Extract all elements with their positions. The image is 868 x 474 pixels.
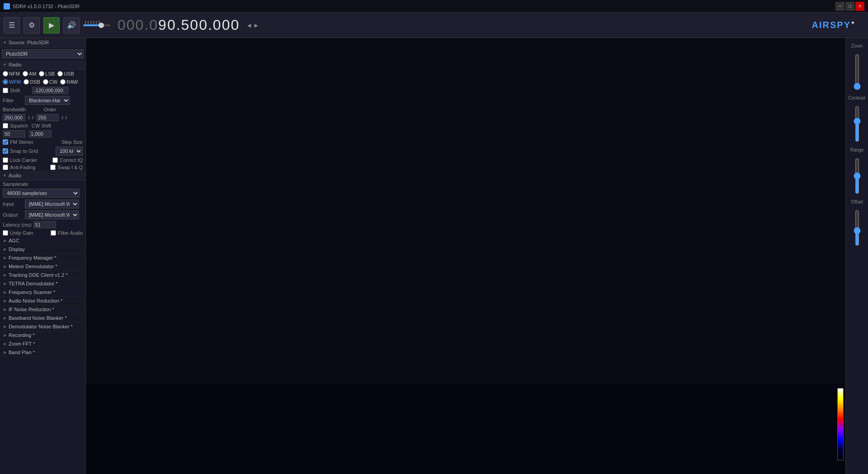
am-radio-item[interactable]: AM <box>23 71 37 76</box>
plugin-agc[interactable]: ▶ AGC <box>0 237 85 245</box>
plugin-baseband-noise-blanker-arrow: ▶ <box>4 316 7 320</box>
plugin-frequency-scanner-arrow: ▶ <box>4 290 7 294</box>
maximize-button[interactable]: □ <box>845 2 854 11</box>
play-button[interactable]: ▶ <box>43 17 60 33</box>
plugin-recording-label: Recording * <box>9 332 34 338</box>
radio-section-header[interactable]: ▼ Radio <box>0 60 85 70</box>
plugin-meteor-demodulator[interactable]: ▶ Meteor Demodulator * <box>0 262 85 271</box>
zoom-slider[interactable] <box>853 54 862 90</box>
plugin-frequency-manager[interactable]: ▶ Frequency Manager * <box>0 254 85 262</box>
bw-spinner[interactable]: ⬆⬇ <box>27 115 34 120</box>
plugin-audio-noise-reduction[interactable]: ▶ Audio Noise Reduction * <box>0 297 85 305</box>
filter-select[interactable]: Blackman-Harris 4 <box>25 96 70 105</box>
shift-checkbox[interactable] <box>3 88 8 93</box>
plugin-zoom-fft[interactable]: ▶ Zoom FFT * <box>0 340 85 348</box>
contrast-slider-wrapper[interactable] <box>853 106 862 142</box>
nfm-radio-item[interactable]: NFM <box>3 71 20 76</box>
squelch-input[interactable] <box>3 130 25 137</box>
correct-iq-label: Correct IQ <box>60 157 83 163</box>
wfm-radio[interactable] <box>3 79 8 85</box>
close-button[interactable]: ✕ <box>855 2 864 11</box>
waterfall-canvas <box>86 384 845 474</box>
am-radio[interactable] <box>23 71 28 76</box>
shift-input[interactable] <box>32 87 68 94</box>
main-area: ▼ Source: PlutoSDR PlutoSDR ▼ Radio NFM … <box>0 38 868 474</box>
plugin-tetra-demodulator[interactable]: ▶ TETRA Demodulator * <box>0 280 85 288</box>
samplerate-value-row: 48000 sample/sec <box>0 188 85 199</box>
source-device-select[interactable]: PlutoSDR <box>2 49 84 58</box>
lsb-radio[interactable] <box>39 71 44 76</box>
frequency-bright-part: 90.500.000 <box>158 17 240 33</box>
anti-fading-checkbox[interactable] <box>3 165 8 170</box>
app-icon <box>4 3 10 9</box>
plugin-tracking-dde[interactable]: ▶ Tracking DDE Client v1.2 * <box>0 271 85 280</box>
contrast-label: Contrast <box>849 95 866 100</box>
fm-stereo-checkbox[interactable] <box>3 139 8 145</box>
spectrum-waterfall-area: Zoom Contrast Range Offset <box>86 38 868 474</box>
nfm-radio[interactable] <box>3 71 8 76</box>
latency-input[interactable] <box>33 221 56 228</box>
source-select-area[interactable]: PlutoSDR <box>2 49 84 58</box>
offset-slider[interactable] <box>853 210 862 246</box>
source-section-header[interactable]: ▼ Source: PlutoSDR <box>0 38 85 47</box>
anti-fading-row: Anti-Fading Swap I & Q <box>0 164 85 171</box>
plugin-recording[interactable]: ▶ Recording * <box>0 331 85 340</box>
order-input[interactable] <box>36 114 59 121</box>
waterfall-panel[interactable] <box>86 384 845 474</box>
shift-label: Shift <box>10 88 30 93</box>
swap-iq-checkbox[interactable] <box>50 165 56 170</box>
volume-button[interactable]: 🔊 <box>63 17 80 33</box>
dsb-radio-item[interactable]: DSB <box>24 79 40 85</box>
raw-radio[interactable] <box>60 79 66 85</box>
zoom-slider-wrapper[interactable] <box>853 54 862 90</box>
output-select[interactable]: [MME] Microsoft W... <box>25 210 79 219</box>
plugin-demodulator-noise-blanker[interactable]: ▶ Demodulator Noise Blanker * <box>0 322 85 331</box>
svg-rect-5 <box>93 21 94 24</box>
dsb-radio[interactable] <box>24 79 29 85</box>
spectrum-panel[interactable] <box>86 38 845 384</box>
cw-shift-input[interactable] <box>29 130 52 137</box>
correct-iq-checkbox[interactable] <box>52 157 58 163</box>
range-slider-wrapper[interactable] <box>853 158 862 194</box>
bandwidth-input[interactable] <box>3 114 25 121</box>
lock-carrier-checkbox[interactable] <box>3 157 8 163</box>
plugin-baseband-noise-blanker[interactable]: ▶ Baseband Noise Blanker * <box>0 314 85 322</box>
usb-radio-item[interactable]: USB <box>57 71 74 76</box>
freq-right-arrow[interactable]: ► <box>253 22 259 29</box>
cw-radio-item[interactable]: CW <box>43 79 57 85</box>
lock-carrier-label: Lock Carrier <box>10 157 51 163</box>
raw-radio-item[interactable]: RAW <box>60 79 78 85</box>
usb-radio[interactable] <box>57 71 63 76</box>
contrast-slider[interactable] <box>853 106 862 142</box>
bandwidth-value-row: ⬆⬇ ⬆⬇ <box>0 113 85 122</box>
settings-button[interactable]: ⚙ <box>24 17 40 33</box>
squelch-checkbox[interactable] <box>3 123 8 128</box>
filter-audio-checkbox[interactable] <box>51 230 56 236</box>
snap-select[interactable]: 100 kHz <box>56 147 83 156</box>
plugin-display[interactable]: ▶ Display <box>0 245 85 254</box>
fm-stereo-label: FM Stereo <box>10 139 60 145</box>
offset-slider-wrapper[interactable] <box>853 210 862 246</box>
plugin-frequency-scanner[interactable]: ▶ Frequency Scanner * <box>0 288 85 297</box>
input-select[interactable]: [MME] Microsoft W... <box>25 199 79 209</box>
wfm-radio-item[interactable]: WFM <box>3 79 21 85</box>
lsb-radio-item[interactable]: LSB <box>39 71 55 76</box>
frequency-arrows[interactable]: ◄ ► <box>246 22 259 29</box>
order-spinner[interactable]: ⬆⬇ <box>61 115 68 120</box>
radio-section-label: Radio <box>9 62 22 67</box>
minimize-button[interactable]: ─ <box>835 2 844 11</box>
audio-section-header[interactable]: ▼ Audio <box>0 171 85 180</box>
cw-radio[interactable] <box>43 79 48 85</box>
freq-left-arrow[interactable]: ◄ <box>246 22 252 29</box>
snap-checkbox[interactable] <box>3 148 8 154</box>
plugin-if-noise-reduction[interactable]: ▶ IF Noise Reduction * <box>0 305 85 314</box>
anti-fading-label: Anti-Fading <box>10 165 48 170</box>
plugin-band-plan[interactable]: ▶ Band Plan * <box>0 348 85 357</box>
unity-gain-checkbox[interactable] <box>3 230 8 236</box>
plugin-meteor-demodulator-arrow: ▶ <box>4 264 7 269</box>
demod-bottom-row: WFM DSB CW RAW <box>0 78 85 86</box>
menu-button[interactable]: ☰ <box>4 17 20 33</box>
samplerate-select[interactable]: 48000 sample/sec <box>3 189 80 198</box>
range-slider[interactable] <box>853 158 862 194</box>
volume-slider-area[interactable] <box>83 17 110 33</box>
